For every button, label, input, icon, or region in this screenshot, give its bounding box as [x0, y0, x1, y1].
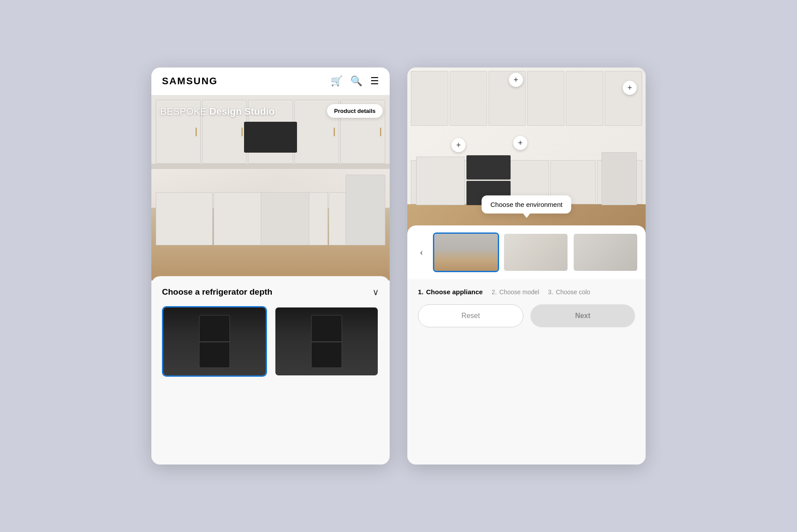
- plus-button-2[interactable]: +: [623, 81, 637, 95]
- action-buttons: Reset Next: [418, 304, 635, 327]
- step-2-number: 2.: [492, 288, 497, 296]
- fridge-appliance: [346, 175, 385, 245]
- env-carousel: ‹: [414, 232, 639, 272]
- right-kitchen-image: + + + + Choose the environment ‹: [407, 67, 646, 279]
- menu-icon[interactable]: ☰: [370, 75, 379, 87]
- plus-button-3[interactable]: +: [451, 138, 466, 152]
- header-icons: 🛒 🔍 ☰: [331, 75, 379, 87]
- search-icon[interactable]: 🔍: [350, 75, 362, 87]
- samsung-logo: SAMSUNG: [162, 75, 218, 87]
- env-thumb-image-1: [434, 234, 498, 271]
- steps-panel: 1. Choose appliance 2. Choose model 3. C…: [407, 279, 646, 465]
- fridge-silhouette-2: [311, 315, 342, 368]
- plus-button-4[interactable]: +: [513, 136, 527, 150]
- step-3: 3. Choose colo: [548, 288, 590, 296]
- reset-button[interactable]: Reset: [418, 304, 523, 327]
- env-thumb-image-2: [504, 234, 568, 271]
- next-button[interactable]: Next: [530, 304, 635, 327]
- cart-icon[interactable]: 🛒: [331, 75, 342, 87]
- left-header: SAMSUNG 🛒 🔍 ☰: [151, 67, 390, 95]
- environment-tooltip: Choose the environment: [481, 195, 571, 214]
- step-3-label: Choose colo: [556, 288, 590, 296]
- left-phone-screen: SAMSUNG 🛒 🔍 ☰: [151, 67, 390, 465]
- step-3-number: 3.: [548, 288, 553, 296]
- env-thumb-image-3: [574, 234, 637, 271]
- step-1-label: Choose appliance: [426, 288, 483, 296]
- upper-cabinets: [407, 67, 646, 129]
- microwave-appliance: [244, 122, 297, 153]
- depth-option-2[interactable]: [274, 306, 379, 377]
- depth-option-1[interactable]: [162, 306, 267, 377]
- depth-title: Choose a refrigerator depth: [162, 287, 272, 297]
- product-details-button[interactable]: Product details: [327, 104, 383, 118]
- step-1: 1. Choose appliance: [418, 288, 483, 296]
- chevron-down-icon[interactable]: ∨: [372, 287, 379, 297]
- depth-options: [162, 306, 379, 377]
- right-phone-screen: + + + + Choose the environment ‹: [407, 67, 646, 465]
- plus-button-1[interactable]: +: [509, 73, 523, 87]
- step-1-number: 1.: [418, 288, 424, 296]
- hero-kitchen-image: BESPOKE Design Studio Product details: [151, 95, 390, 281]
- env-thumb-2[interactable]: [503, 232, 569, 272]
- step-2-label: Choose model: [500, 288, 539, 296]
- left-bottom-panel: Choose a refrigerator depth ∨: [151, 276, 390, 465]
- env-thumb-1[interactable]: [433, 232, 499, 272]
- env-thumbnails: [433, 232, 639, 272]
- right-fridge: [602, 152, 637, 205]
- steps-row: 1. Choose appliance 2. Choose model 3. C…: [418, 288, 635, 296]
- range-appliance: [261, 192, 309, 245]
- depth-header: Choose a refrigerator depth ∨: [162, 287, 379, 297]
- hero-title: BESPOKE Design Studio: [160, 106, 274, 117]
- environment-selector: ‹: [407, 225, 646, 279]
- carousel-prev-arrow[interactable]: ‹: [414, 245, 429, 259]
- right-range: [416, 157, 465, 205]
- env-thumb-3[interactable]: [572, 232, 639, 272]
- step-2: 2. Choose model: [492, 288, 539, 296]
- right-microwave: [466, 155, 511, 180]
- fridge-silhouette-1: [199, 315, 230, 368]
